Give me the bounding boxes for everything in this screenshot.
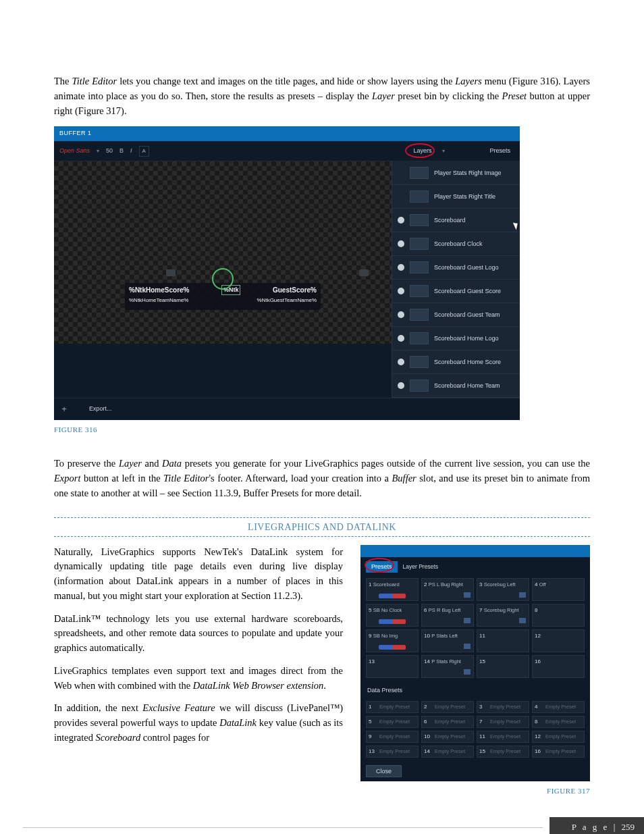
layer-row[interactable]: Scoreboard Guest Score (392, 280, 520, 303)
preset-cell[interactable]: 16 (532, 655, 585, 678)
camera-icon (359, 269, 369, 276)
preset-number: 13 (369, 748, 377, 756)
preset-label: Empty Preset (490, 703, 520, 710)
export-button[interactable]: Export... (89, 405, 112, 414)
layer-row[interactable]: Scoreboard Guest Team (392, 303, 520, 327)
visibility-toggle-icon[interactable] (398, 264, 404, 271)
preset-cell[interactable]: 4 Off (532, 578, 585, 601)
scoreboard-graphic[interactable]: %NtkHomeScore% %Ntk GuestScore% %NtkHome… (125, 283, 321, 311)
layer-row[interactable]: Scoreboard Home Score (392, 350, 520, 374)
preset-number: 14 (424, 658, 430, 664)
preset-cell[interactable]: 5 SB No Clock (366, 604, 419, 627)
layer-row[interactable]: Scoreboard Clock (392, 232, 520, 256)
preset-cell[interactable]: 8Empty Preset (532, 716, 585, 728)
camera-icon (166, 269, 176, 276)
preset-cell[interactable]: 11 (477, 629, 529, 652)
preset-cell[interactable]: 2 PS L Bug Right (421, 578, 474, 601)
layer-row[interactable]: Scoreboard Home Team (392, 374, 520, 398)
layer-thumbnail (410, 190, 429, 203)
close-button[interactable]: Close (366, 765, 402, 777)
text-box-button[interactable]: A (139, 146, 149, 157)
page-footer: P a g e | 259 (549, 817, 644, 834)
preset-cell[interactable]: 2Empty Preset (421, 701, 474, 713)
preset-label: Scorebug Right (484, 607, 519, 613)
preset-label: P Stats Right (431, 658, 461, 664)
preset-cell[interactable]: 12 (532, 629, 585, 652)
preset-number: 9 (369, 633, 371, 639)
preset-cell[interactable]: 9 SB No Img (366, 629, 419, 652)
preset-cell[interactable]: 6 PS R Bug Left (421, 604, 474, 627)
preset-cell[interactable]: 6Empty Preset (421, 716, 474, 728)
visibility-toggle-icon[interactable] (398, 288, 404, 294)
preset-cell[interactable]: 9Empty Preset (366, 731, 419, 743)
preset-label: Empty Preset (379, 718, 410, 725)
layers-button[interactable]: Layers (409, 146, 435, 155)
preset-cell[interactable]: 12Empty Preset (532, 731, 585, 743)
preset-cell[interactable]: 4Empty Preset (532, 701, 585, 713)
layers-panel: Player Stats Right ImagePlayer Stats Rig… (392, 161, 520, 398)
visibility-toggle-icon[interactable] (398, 359, 404, 365)
preset-cell[interactable]: 14Empty Preset (421, 746, 474, 758)
presets-tab[interactable]: Presets (366, 561, 398, 573)
layer-label: Scoreboard Guest Logo (434, 263, 514, 273)
layer-row[interactable]: Player Stats Right Image (392, 161, 520, 185)
preset-cell[interactable]: 16Empty Preset (532, 746, 585, 758)
preset-number: 11 (479, 633, 485, 639)
title-canvas[interactable]: %NtkHomeScore% %Ntk GuestScore% %NtkHome… (54, 161, 392, 344)
visibility-toggle-icon[interactable] (398, 382, 404, 389)
preset-number: 12 (535, 733, 543, 741)
home-team-token: %NtkHomeTeamName% (129, 296, 188, 305)
guest-score-token: GuestScore% (273, 285, 317, 296)
body-paragraph: DataLink™ technology lets you use extern… (54, 612, 343, 656)
status-indicator (212, 268, 234, 290)
layer-row[interactable]: Scoreboard (392, 209, 520, 232)
scoreboard-thumbnail (379, 645, 406, 650)
preset-cell[interactable]: 1Empty Preset (366, 701, 419, 713)
preset-cell[interactable]: 8 (532, 604, 585, 627)
preset-cell[interactable]: 3 Scorebug Left (477, 578, 529, 601)
visibility-toggle-icon[interactable] (398, 335, 404, 342)
preset-number: 6 (424, 607, 427, 613)
italic-button[interactable]: I (130, 147, 132, 156)
window-title: BUFFER 1 (54, 126, 520, 141)
layer-row[interactable]: Scoreboard Home Logo (392, 327, 520, 350)
layer-thumbnail (410, 309, 429, 321)
preset-cell[interactable]: 14 P Stats Right (421, 655, 474, 678)
preset-label: Empty Preset (435, 718, 465, 725)
chevron-down-icon[interactable]: ▾ (97, 147, 99, 155)
preset-label: Empty Preset (379, 748, 410, 755)
preset-number: 6 (424, 718, 432, 726)
preset-label: Empty Preset (545, 718, 576, 725)
visibility-toggle-icon[interactable] (398, 217, 404, 224)
layer-row[interactable]: Scoreboard Guest Logo (392, 256, 520, 280)
presets-button[interactable]: Presets (485, 145, 514, 157)
preset-cell[interactable]: 1 Scoreboard (366, 578, 419, 601)
chevron-down-icon[interactable]: ▾ (442, 147, 445, 155)
preset-cell[interactable]: 15 (477, 655, 529, 678)
font-name[interactable]: Open Sans (59, 147, 90, 156)
body-paragraph: In addition, the next Exclusive Feature … (54, 701, 343, 745)
bold-button[interactable]: B (119, 147, 124, 156)
font-size[interactable]: 50 (106, 147, 113, 156)
preset-thumbnail (464, 592, 471, 598)
preset-cell[interactable]: 15Empty Preset (477, 746, 529, 758)
preset-cell[interactable]: 13 (366, 655, 419, 678)
layer-label: Scoreboard Home Score (434, 358, 514, 367)
preset-cell[interactable]: 13Empty Preset (366, 746, 419, 758)
preset-cell[interactable]: 3Empty Preset (477, 701, 529, 713)
preset-cell[interactable]: 7Empty Preset (477, 716, 529, 728)
preset-cell[interactable]: 10Empty Preset (421, 731, 474, 743)
preset-cell[interactable]: 7 Scorebug Right (477, 604, 529, 627)
add-button[interactable]: + (59, 402, 69, 416)
preset-label: Empty Preset (435, 748, 465, 755)
figure-316-screenshot: BUFFER 1 Open Sans ▾ 50 B I A Layers ▾ P… (54, 126, 520, 420)
visibility-toggle-icon[interactable] (398, 240, 404, 247)
preset-label: Empty Preset (435, 733, 465, 740)
preset-cell[interactable]: 11Empty Preset (477, 731, 529, 743)
visibility-toggle-icon[interactable] (398, 311, 404, 318)
preset-cell[interactable]: 10 P Stats Left (421, 629, 474, 652)
preset-thumbnail (519, 592, 526, 598)
preset-cell[interactable]: 5Empty Preset (366, 716, 419, 728)
scoreboard-thumbnail (379, 594, 406, 598)
layer-row[interactable]: Player Stats Right Title (392, 185, 520, 209)
